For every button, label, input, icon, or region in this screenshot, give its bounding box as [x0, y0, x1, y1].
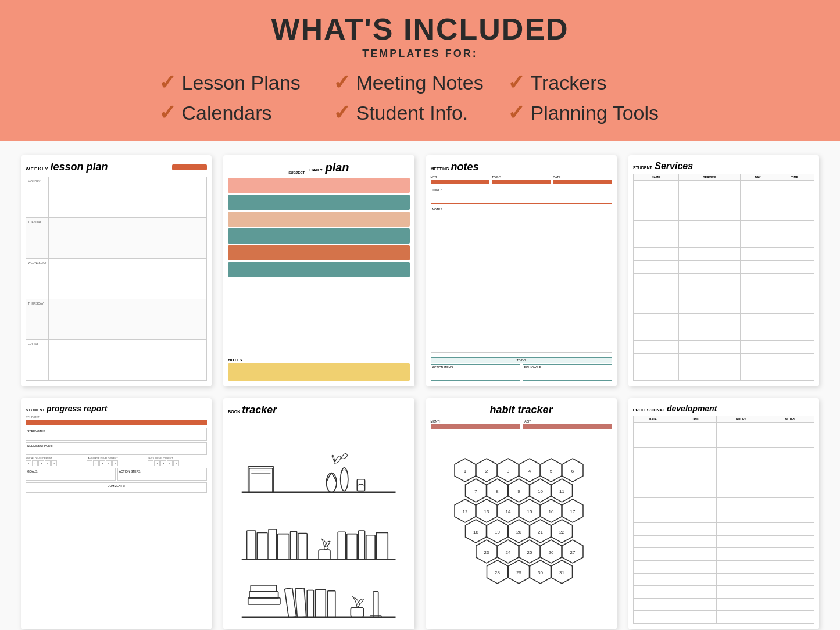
svg-text:20: 20: [516, 529, 521, 535]
checklist-col-3: ✓ Trackers ✓ Planning Tools: [507, 70, 682, 125]
svg-text:7: 7: [474, 489, 477, 494]
lesson-plan-header: WEEKLY lesson plan: [26, 161, 207, 173]
stripe-5: [228, 245, 409, 260]
svg-rect-22: [248, 598, 280, 604]
services-table: NAME SERVICE DAY TIME: [633, 174, 814, 381]
checkmark-icon: ✓: [333, 101, 351, 125]
table-row: [633, 181, 814, 194]
table-row: [633, 300, 814, 314]
progress-action-box: ACTION STEPS:: [117, 468, 208, 481]
meeting-fields: MTG TOPIC DATE: [431, 176, 612, 184]
table-row: [633, 367, 814, 380]
notes-label: NOTES: [228, 358, 409, 362]
svg-text:9: 9: [517, 489, 520, 494]
progress-big: progress report: [47, 404, 107, 413]
svg-rect-4: [248, 467, 274, 492]
svg-rect-27: [308, 590, 314, 617]
prof-big: development: [667, 404, 717, 413]
meeting-header: MEETING notes: [431, 161, 612, 173]
svg-rect-25: [285, 588, 296, 618]
svg-text:29: 29: [516, 570, 521, 575]
prof-small: PROFESSIONAL: [633, 408, 665, 412]
svg-text:3: 3: [506, 468, 509, 474]
rating-phys: PHYS. DEVELOPMENT 1 2 3 4 5: [148, 457, 207, 466]
stripe-6: [228, 262, 409, 277]
svg-text:28: 28: [495, 570, 500, 575]
svg-text:17: 17: [570, 509, 575, 514]
table-row: [633, 260, 814, 274]
svg-text:4: 4: [528, 468, 531, 474]
table-row: [633, 573, 814, 586]
svg-text:21: 21: [538, 529, 543, 535]
checklist-item-calendars: ✓ Calendars: [159, 101, 333, 125]
table-row: [633, 560, 814, 573]
book-small: BOOK: [228, 410, 240, 414]
svg-text:6: 6: [571, 468, 574, 474]
table-row: [633, 460, 814, 472]
table-row: [633, 220, 814, 234]
col-time: TIME: [775, 174, 814, 181]
col-name: NAME: [633, 174, 678, 181]
daily-stripes: [228, 178, 409, 356]
svg-rect-11: [269, 529, 276, 560]
svg-rect-24: [251, 585, 276, 592]
card-daily-plan: SUBJECT DAILY plan NOTES: [223, 155, 414, 386]
svg-rect-20: [377, 532, 388, 559]
stripe-1: [228, 178, 409, 193]
col-hours: HOURS: [716, 416, 766, 423]
svg-rect-16: [338, 532, 345, 559]
day-tuesday: TUESDAY: [26, 218, 49, 259]
svg-rect-31: [373, 592, 378, 617]
daily-plan-big: plan: [325, 161, 349, 174]
daily-plan-header: SUBJECT DAILY plan: [228, 161, 409, 174]
table-row: [633, 598, 814, 611]
checkmark-icon: ✓: [507, 101, 525, 125]
table-row: [633, 327, 814, 341]
templates-grid: WEEKLY lesson plan MONDAY TUESDAY WEDNES…: [0, 141, 840, 630]
page-title: WHAT'S INCLUDED: [0, 12, 840, 46]
student-small: STUDENT: [633, 166, 652, 170]
table-row: [633, 435, 814, 448]
table-row: [633, 448, 814, 460]
progress-comments-box: COMMENTS:: [26, 482, 207, 493]
svg-rect-17: [347, 534, 358, 560]
col-service: SERVICE: [678, 174, 740, 181]
meeting-action-box: ACTION ITEMS: [431, 364, 520, 381]
rating-language: LANGUAGE DEVELOPMENT 1 2 3 4 5: [87, 457, 146, 466]
header-banner: WHAT'S INCLUDED TEMPLATES FOR: ✓ Lesson …: [0, 0, 840, 141]
prof-dev-header: PROFESSIONAL development: [633, 404, 814, 413]
svg-text:12: 12: [462, 509, 467, 514]
habit-field-habit: HABIT: [523, 420, 612, 429]
table-row: [633, 497, 814, 510]
checklist-item-lesson-plans: ✓ Lesson Plans: [159, 70, 333, 95]
progress-bottom-row: GOALS: ACTION STEPS:: [26, 468, 207, 481]
checkmark-icon: ✓: [159, 70, 176, 95]
habit-fields: MONTH HABIT: [431, 420, 612, 429]
table-row: THURSDAY: [26, 299, 207, 340]
item-label-student-info: Student Info.: [356, 102, 469, 124]
meeting-bottom-row: ACTION ITEMS FOLLOW UP: [431, 364, 612, 381]
svg-text:26: 26: [548, 550, 553, 555]
table-row: [633, 523, 814, 536]
meeting-big: notes: [451, 161, 478, 173]
checklist-col-2: ✓ Meeting Notes ✓ Student Info.: [333, 70, 507, 125]
item-label-lesson-plans: Lesson Plans: [182, 71, 301, 94]
table-row: [633, 247, 814, 260]
svg-text:15: 15: [527, 509, 532, 514]
card-weekly-lesson-plan: WEEKLY lesson plan MONDAY TUESDAY WEDNES…: [21, 155, 212, 386]
checklist-item-student-info: ✓ Student Info.: [333, 101, 507, 125]
item-label-calendars: Calendars: [182, 102, 272, 124]
meeting-field-date: DATE: [553, 176, 612, 184]
svg-rect-12: [278, 534, 289, 560]
svg-text:16: 16: [548, 509, 553, 514]
svg-rect-18: [359, 531, 365, 560]
table-row: [633, 194, 814, 207]
habit-tracker-header: habit tracker: [431, 404, 612, 416]
svg-rect-28: [316, 590, 326, 617]
svg-text:27: 27: [570, 550, 575, 555]
svg-text:8: 8: [496, 489, 499, 494]
rating-social: SOCIAL DEVELOPMENT 1 2 3 4 5: [26, 457, 85, 466]
book-big: tracker: [242, 404, 277, 416]
col-topic: TOPIC: [673, 416, 716, 423]
bookshelf-illustration: [228, 418, 409, 624]
